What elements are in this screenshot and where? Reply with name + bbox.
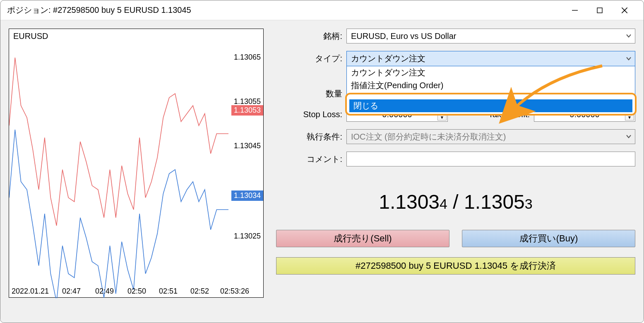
- window-title: ポジション: #272598500 buy 5 EURUSD 1.13045: [7, 5, 191, 16]
- comment-label: コメント:: [276, 154, 346, 165]
- x-tick: 02:49: [95, 287, 114, 296]
- minimize-button[interactable]: [567, 3, 582, 18]
- price-quote: 1.13034 / 1.13053: [276, 190, 635, 213]
- maximize-button[interactable]: [592, 3, 607, 18]
- order-window: ポジション: #272598500 buy 5 EURUSD 1.13045 E…: [0, 0, 644, 323]
- type-dropdown-open[interactable]: カウントダウン注文 カウントダウン注文 指値注文(Pending Order) …: [346, 51, 635, 114]
- close-position-button[interactable]: #272598500 buy 5 EURUSD 1.13045 を成行決済: [276, 257, 635, 275]
- type-option-pending[interactable]: 指値注文(Pending Order): [347, 79, 635, 92]
- exec-condition-label: 執行条件:: [276, 131, 346, 142]
- chart-lines: [9, 29, 264, 298]
- sell-button[interactable]: 成行売り(Sell): [276, 230, 449, 247]
- bid-price-main: 1.1303: [379, 191, 440, 213]
- window-controls: [567, 3, 640, 18]
- chevron-down-icon: [626, 31, 632, 41]
- x-tick: 02:52: [190, 287, 209, 296]
- ask-price-small: 3: [525, 196, 533, 212]
- bid-price-small: 4: [440, 196, 447, 212]
- bid-price-label: 1.13034: [231, 190, 263, 201]
- y-tick: 1.13045: [234, 142, 261, 150]
- stop-loss-label: Stop Loss:: [276, 110, 346, 119]
- order-form: 銘柄: EURUSD, Euro vs US Dollar タイプ: . 数量: [276, 29, 635, 314]
- x-tick: 02:50: [127, 287, 146, 296]
- chevron-down-icon: [626, 132, 632, 142]
- volume-label: 数量: [276, 88, 346, 99]
- content-area: EURUSD 1.13065 1.13055 1.13045 1.13025 1…: [0, 20, 644, 323]
- titlebar: ポジション: #272598500 buy 5 EURUSD 1.13045: [0, 0, 644, 20]
- y-tick: 1.13055: [234, 97, 261, 106]
- tick-chart: EURUSD 1.13065 1.13055 1.13045 1.13025 1…: [9, 29, 264, 298]
- exec-condition-value: IOC注文 (部分約定時に未決済分取消注文): [351, 131, 506, 142]
- symbol-value: EURUSD, Euro vs US Dollar: [351, 31, 457, 41]
- type-option-countdown[interactable]: カウントダウン注文: [347, 66, 635, 79]
- y-tick: 1.13025: [234, 232, 261, 241]
- y-tick: 1.13065: [234, 53, 261, 62]
- ask-price-main: 1.1305: [464, 191, 525, 213]
- type-label: タイプ:: [276, 53, 346, 64]
- svg-rect-1: [597, 8, 602, 13]
- buy-button[interactable]: 成行買い(Buy): [462, 230, 635, 247]
- x-tick: 2022.01.21: [12, 287, 49, 296]
- ask-price-label: 1.13053: [231, 105, 263, 116]
- x-tick: 02:53:26: [220, 287, 249, 296]
- x-tick: 02:51: [159, 287, 178, 296]
- highlight-annotation: 閉じる: [345, 93, 637, 116]
- type-selected-option[interactable]: カウントダウン注文: [347, 51, 635, 66]
- chevron-down-icon: [626, 54, 632, 63]
- symbol-select[interactable]: EURUSD, Euro vs US Dollar: [346, 29, 635, 43]
- x-tick: 02:47: [62, 287, 81, 296]
- close-button[interactable]: [617, 3, 632, 18]
- comment-input[interactable]: [346, 152, 635, 166]
- type-option-close[interactable]: 閉じる: [349, 99, 632, 112]
- exec-condition-select: IOC注文 (部分約定時に未決済分取消注文): [346, 129, 635, 144]
- symbol-label: 銘柄:: [276, 31, 346, 42]
